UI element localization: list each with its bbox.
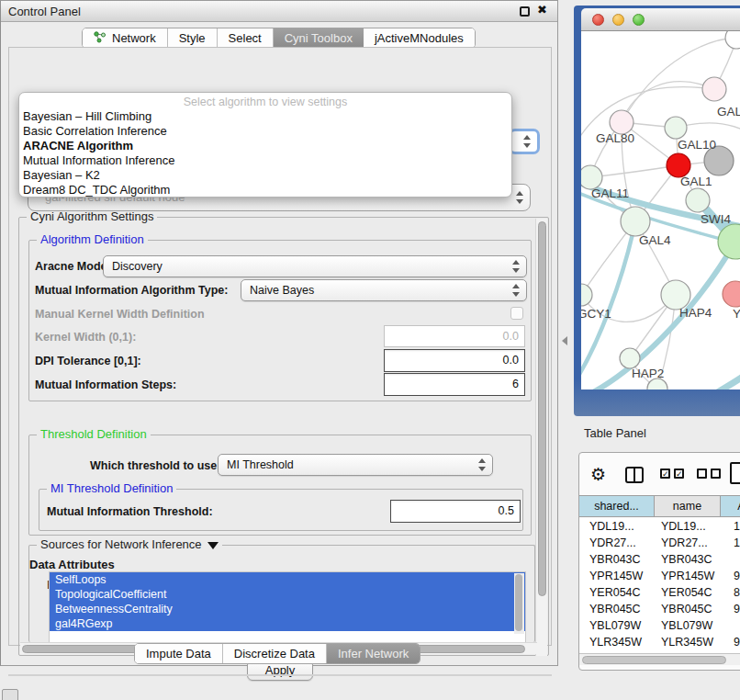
table-cell[interactable]: YER054C xyxy=(579,584,655,601)
table-cell[interactable]: 8. xyxy=(721,584,740,601)
table-row[interactable]: YBL079WYBL079W xyxy=(579,617,740,634)
algorithm-option[interactable]: Mutual Information Inference xyxy=(19,153,511,168)
table-cell[interactable]: YBL079W xyxy=(579,617,655,634)
settings-vertical-scrollbar[interactable] xyxy=(535,219,547,656)
network-node-hap2[interactable] xyxy=(620,348,640,368)
export-table-icon[interactable] xyxy=(730,462,740,484)
table-cell[interactable]: YDR27... xyxy=(655,535,721,551)
dpi-tolerance-input[interactable]: 0.0 xyxy=(384,349,525,372)
zoom-traffic-light-icon[interactable] xyxy=(633,14,645,26)
inference-algorithm-combo-fragment[interactable] xyxy=(509,129,540,154)
algorithm-option-selected[interactable]: ARACNE Algorithm xyxy=(19,139,511,153)
tab-impute-data[interactable]: Impute Data xyxy=(135,644,223,663)
deselect-all-checkbox-icon[interactable] xyxy=(697,469,707,479)
mi-algorithm-type-combo[interactable]: Naive Bayes xyxy=(241,279,527,301)
tab-infer-network[interactable]: Infer Network xyxy=(327,644,420,663)
table-row[interactable]: YBR043CYBR043C xyxy=(579,551,740,568)
table-cell[interactable] xyxy=(721,617,740,634)
column-header-name[interactable]: name xyxy=(655,496,721,516)
close-traffic-light-icon[interactable] xyxy=(592,14,604,26)
table-cell[interactable]: YPR145W xyxy=(655,568,721,584)
attribute-item-selected[interactable]: TopologicalCoefficient xyxy=(50,587,525,602)
table-row[interactable]: YBR045CYBR045C9. xyxy=(579,601,740,617)
stepper-icon xyxy=(512,260,521,273)
gear-icon[interactable]: ⚙ xyxy=(590,464,606,485)
algorithm-option[interactable]: Basic Correlation Inference xyxy=(19,124,511,139)
attribute-item-selected[interactable]: SelfLoops xyxy=(50,572,525,587)
sources-title[interactable]: Sources for Network Inference xyxy=(37,537,222,551)
kernel-width-input[interactable]: 0.0 xyxy=(384,325,525,347)
network-node-gal10[interactable] xyxy=(665,117,687,139)
algorithm-option[interactable]: Bayesian – K2 xyxy=(19,168,511,183)
table-horizontal-scrollbar[interactable] xyxy=(579,653,740,665)
table-cell[interactable]: YBR043C xyxy=(579,551,655,568)
table-cell[interactable]: 9. xyxy=(721,634,740,650)
table-cell[interactable] xyxy=(721,551,740,568)
tab-discretize-data[interactable]: Discretize Data xyxy=(223,644,327,663)
tab-network[interactable]: Network xyxy=(83,28,168,48)
network-node[interactable] xyxy=(725,31,740,49)
data-attributes-list[interactable]: SelfLoops TopologicalCoefficient Between… xyxy=(49,571,526,643)
table-cell[interactable]: YLR345W xyxy=(655,634,721,650)
control-panel-window: Control Panel ✖ Network Style Select Cyn… xyxy=(0,0,558,666)
dpi-tolerance-label: DPI Tolerance [0,1]: xyxy=(35,355,141,367)
table-cell[interactable]: YBR043C xyxy=(655,551,721,568)
table-cell[interactable]: YBR045C xyxy=(579,601,655,617)
tab-select[interactable]: Select xyxy=(218,28,274,48)
table-cell[interactable]: YLR345W xyxy=(579,634,655,650)
split-columns-icon[interactable] xyxy=(625,467,644,483)
table-cell[interactable]: YBL079W xyxy=(655,617,721,634)
table-cell[interactable]: 12 xyxy=(721,535,740,551)
network-node-gal[interactable] xyxy=(702,77,726,101)
select-all-checkbox-icon[interactable]: ✓ xyxy=(674,469,684,479)
attribute-item-selected[interactable]: BetweennessCentrality xyxy=(50,602,525,616)
algorithm-option[interactable]: Bayesian – Hill Climbing xyxy=(19,109,511,124)
select-all-checkbox-icon[interactable]: ✓ xyxy=(660,469,670,479)
table-row[interactable]: YER054CYER054C8. xyxy=(579,584,740,601)
network-canvas[interactable]: GALGAL80GAL10GAL1GAL11SWI4GAL4GCY1HAP4YH… xyxy=(581,31,740,390)
mi-threshold-definition-group: MI Threshold Definition Mutual Informati… xyxy=(39,489,523,531)
table-row[interactable]: YPR145WYPR145W9. xyxy=(579,568,740,584)
table-cell[interactable]: 9. xyxy=(721,568,740,584)
table-cell[interactable]: YBR045C xyxy=(655,601,721,617)
table-cell[interactable]: YDR27... xyxy=(579,535,655,551)
splitter-collapse-icon[interactable] xyxy=(562,336,567,345)
network-edge-thick[interactable] xyxy=(678,375,740,390)
table-row[interactable]: YLR345WYLR345W9. xyxy=(579,634,740,650)
network-view-titlebar[interactable] xyxy=(581,8,740,31)
network-node-y[interactable] xyxy=(723,281,740,307)
network-edge[interactable] xyxy=(590,165,678,177)
table-body[interactable]: YDL19...YDL19...13YDR27...YDR27...12YBR0… xyxy=(579,518,740,653)
minimized-panel-icon[interactable] xyxy=(2,689,18,700)
screen: Control Panel ✖ Network Style Select Cyn… xyxy=(0,0,740,700)
tab-cyni-toolbox[interactable]: Cyni Toolbox xyxy=(274,28,364,48)
table-cell[interactable]: YER054C xyxy=(655,584,721,601)
table-cell[interactable]: YDL19... xyxy=(579,518,655,535)
tab-style[interactable]: Style xyxy=(168,28,218,48)
manual-kernel-width-checkbox[interactable] xyxy=(510,307,523,320)
mi-steps-input[interactable]: 6 xyxy=(384,373,525,396)
deselect-all-checkbox-icon[interactable] xyxy=(711,469,721,479)
kernel-width-label: Kernel Width (0,1): xyxy=(35,331,136,344)
close-icon[interactable]: ✖ xyxy=(537,3,547,17)
minimize-traffic-light-icon[interactable] xyxy=(612,14,624,26)
network-node-gcy1[interactable] xyxy=(581,284,592,306)
column-header-partial[interactable]: A xyxy=(721,496,740,516)
network-node-gal4[interactable] xyxy=(621,207,650,236)
mi-threshold-input[interactable]: 0.5 xyxy=(390,500,521,523)
algorithm-option[interactable]: Dream8 DC_TDC Algorithm xyxy=(19,183,511,198)
column-header-shared-name[interactable]: shared... xyxy=(579,496,655,516)
which-threshold-combo[interactable]: MI Threshold xyxy=(218,454,493,476)
tab-jactivemnodules[interactable]: jActiveMNodules xyxy=(364,28,475,48)
table-row[interactable]: YDR27...YDR27...12 xyxy=(579,535,740,551)
aracne-mode-combo[interactable]: Discovery xyxy=(103,255,527,277)
table-cell[interactable]: YPR145W xyxy=(579,568,655,584)
attributes-scrollbar[interactable] xyxy=(514,573,524,634)
table-cell[interactable]: YDL19... xyxy=(655,518,721,535)
network-node-swi4[interactable] xyxy=(686,188,710,212)
table-cell[interactable]: 9. xyxy=(721,601,740,617)
table-row[interactable]: YDL19...YDL19...13 xyxy=(579,518,740,535)
table-cell[interactable]: 13 xyxy=(721,518,740,535)
attribute-item-selected[interactable]: gal4RGexp xyxy=(50,616,525,631)
float-window-icon[interactable] xyxy=(520,6,530,17)
